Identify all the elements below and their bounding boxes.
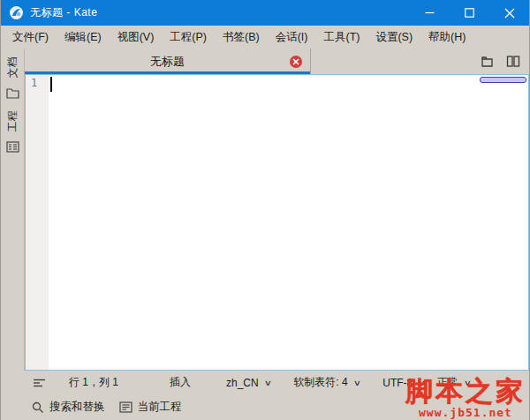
statusbar: 行 1，列 1 插入 zh_CN ∨ 软制表符: 4 ∨ UTF-8 ∨ 正常 … xyxy=(1,371,529,394)
tab-close-button[interactable] xyxy=(290,56,302,68)
kate-app-icon xyxy=(9,5,24,20)
sidebar-item-projects[interactable]: 工程 xyxy=(1,106,25,136)
menu-sessions[interactable]: 会话(I) xyxy=(268,26,316,49)
word-count-button[interactable] xyxy=(33,378,46,388)
text-area[interactable] xyxy=(49,75,528,370)
text-cursor xyxy=(50,77,52,92)
new-document-button[interactable] xyxy=(480,55,494,68)
tab-label: 无标题 xyxy=(150,54,185,70)
line-number-gutter: 1 xyxy=(26,75,49,370)
text-lines-icon xyxy=(33,378,46,388)
bottom-toolbar: 搜索和替换 当前工程 xyxy=(1,394,529,420)
menu-edit[interactable]: 编辑(E) xyxy=(57,26,110,49)
minimize-icon xyxy=(425,8,435,18)
maximize-icon xyxy=(465,8,474,18)
sidebar-item-toolview[interactable] xyxy=(6,141,19,153)
scrollbar-thumb[interactable] xyxy=(480,77,526,83)
split-view-button[interactable] xyxy=(506,55,520,68)
encoding-selector[interactable]: UTF-8 ∨ xyxy=(382,377,425,389)
maximize-button[interactable] xyxy=(450,0,489,26)
kate-window: 无标题 - Kate 文件(F) 编辑(E) 视图(V) 工程(P) 书签(B)… xyxy=(0,0,530,420)
menu-project[interactable]: 工程(P) xyxy=(162,26,215,49)
projects-label: 工程 xyxy=(5,110,20,131)
menubar: 文件(F) 编辑(E) 视图(V) 工程(P) 书签(B) 会话(I) 工具(T… xyxy=(1,26,529,49)
chevron-down-icon: ∨ xyxy=(418,379,426,387)
menu-settings[interactable]: 设置(S) xyxy=(367,26,420,49)
sidebar-item-documents[interactable]: 文档 xyxy=(1,52,25,82)
menu-bookmarks[interactable]: 书签(B) xyxy=(215,26,268,49)
list-view-icon xyxy=(6,141,19,153)
cursor-position[interactable]: 行 1，列 1 xyxy=(69,375,118,390)
new-document-icon xyxy=(480,55,494,68)
dictionary-selector[interactable]: zh_CN ∨ xyxy=(226,377,270,389)
titlebar: 无标题 - Kate xyxy=(1,0,529,26)
current-project-button[interactable]: 当前工程 xyxy=(119,400,182,415)
highlight-mode-selector[interactable]: 正常 ∨ xyxy=(437,375,471,390)
sidebar-item-filesystem[interactable] xyxy=(6,87,19,99)
left-toolbar: 文档 工程 xyxy=(1,49,25,371)
minimize-button[interactable] xyxy=(410,0,450,26)
chevron-down-icon: ∨ xyxy=(263,379,271,387)
tab-close-icon xyxy=(292,58,299,65)
menu-file[interactable]: 文件(F) xyxy=(4,26,57,49)
tabbar: 无标题 xyxy=(25,49,529,74)
editor-view[interactable]: 1 xyxy=(25,74,529,371)
search-replace-button[interactable]: 搜索和替换 xyxy=(32,400,105,415)
folder-icon xyxy=(6,87,19,99)
menu-help[interactable]: 帮助(H) xyxy=(420,26,473,49)
window-title: 无标题 - Kate xyxy=(30,5,97,20)
magnifier-icon xyxy=(32,401,44,414)
document-list-icon xyxy=(119,401,132,413)
close-button[interactable] xyxy=(489,0,529,26)
chevron-down-icon: ∨ xyxy=(464,379,472,387)
line-number: 1 xyxy=(31,77,37,89)
split-view-icon xyxy=(506,55,520,68)
menu-tools[interactable]: 工具(T) xyxy=(315,26,367,49)
menu-view[interactable]: 视图(V) xyxy=(110,26,163,49)
input-mode[interactable]: 插入 xyxy=(170,375,191,390)
close-icon xyxy=(504,8,515,19)
documents-label: 文档 xyxy=(5,56,20,78)
tab-untitled[interactable]: 无标题 xyxy=(25,49,311,74)
chevron-down-icon: ∨ xyxy=(352,379,360,387)
indentation-selector[interactable]: 软制表符: 4 ∨ xyxy=(293,375,360,390)
